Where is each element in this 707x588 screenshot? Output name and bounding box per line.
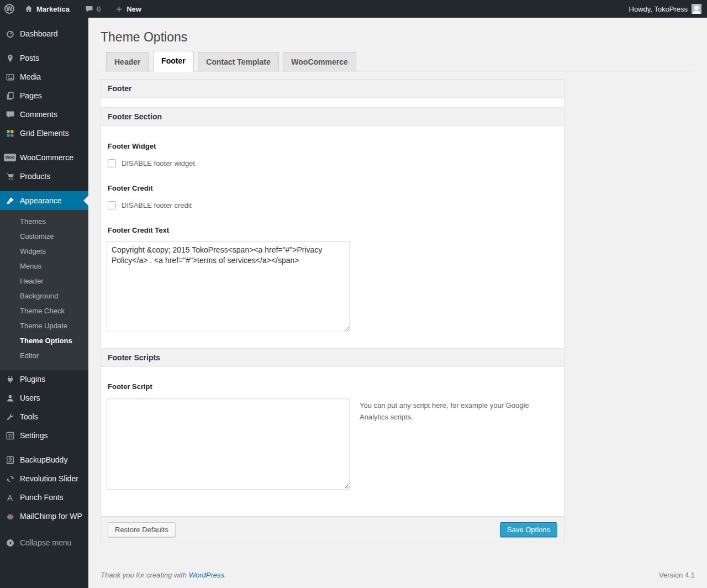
sidebar-item-products[interactable]: Products xyxy=(0,167,88,186)
version-label: Version 4.1 xyxy=(659,571,695,579)
sidebar-item-label: Pages xyxy=(20,91,42,100)
footer-credit-checkbox-row: DISABLE footer credit xyxy=(108,201,557,209)
main-content: Theme Options Header Footer Contact Temp… xyxy=(88,18,707,588)
wordpress-logo-icon: W xyxy=(4,4,14,14)
new-label: New xyxy=(126,5,141,13)
footer-thanks-suffix: . xyxy=(224,571,226,579)
user-icon xyxy=(4,392,15,403)
collapse-menu-button[interactable]: Collapse menu xyxy=(0,533,88,552)
tab-footer[interactable]: Footer xyxy=(153,51,194,72)
sidebar-item-label: Collapse menu xyxy=(20,538,71,547)
sidebar-item-label: Posts xyxy=(20,54,39,62)
appearance-submenu: Themes Customize Widgets Menus Header Ba… xyxy=(0,210,88,370)
footer-credit-text-label: Footer Credit Text xyxy=(108,226,557,235)
tab-bar: Header Footer Contact Template WooCommer… xyxy=(101,51,695,71)
submenu-item-widgets[interactable]: Widgets xyxy=(0,244,88,259)
footer-credit-checkbox[interactable] xyxy=(108,201,116,209)
sidebar-item-label: Users xyxy=(20,393,40,402)
submenu-item-menus[interactable]: Menus xyxy=(0,259,88,274)
sliders-icon xyxy=(4,430,15,441)
admin-bar-left: W Marketica 0 New xyxy=(0,0,146,18)
footer-widget-checkbox-label[interactable]: DISABLE footer widget xyxy=(122,159,195,167)
sidebar-item-mailchimp[interactable]: MailChimp for WP xyxy=(0,507,88,526)
sidebar-item-settings[interactable]: Settings xyxy=(0,426,88,445)
sidebar-item-dashboard[interactable]: Dashboard xyxy=(0,24,88,43)
refresh-arrows-icon xyxy=(4,473,15,484)
sidebar-item-label: Settings xyxy=(20,431,48,440)
submenu-item-themes[interactable]: Themes xyxy=(0,214,88,229)
footer-widget-checkbox-row: DISABLE footer widget xyxy=(108,159,557,167)
media-icon xyxy=(4,71,15,82)
sidebar-item-grid-elements[interactable]: Grid Elements xyxy=(0,124,88,143)
collapse-arrow-icon xyxy=(4,537,15,548)
comment-bubble-icon xyxy=(4,109,15,120)
footer-script-input[interactable] xyxy=(107,398,350,490)
footer-section-bar: Footer Section xyxy=(101,107,564,126)
submenu-item-theme-check[interactable]: Theme Check xyxy=(0,303,88,318)
grid-elements-icon xyxy=(4,128,15,139)
sidebar-item-pages[interactable]: Pages xyxy=(0,86,88,105)
sidebar-item-media[interactable]: Media xyxy=(0,67,88,86)
sidebar-item-comments[interactable]: Comments xyxy=(0,105,88,124)
wordpress-link[interactable]: WordPress xyxy=(189,571,224,579)
site-name-link[interactable]: Marketica xyxy=(19,0,75,18)
user-avatar[interactable] xyxy=(692,4,701,14)
sidebar-item-plugins[interactable]: Plugins xyxy=(0,370,88,389)
comment-count: 0 xyxy=(97,5,101,13)
submenu-item-editor[interactable]: Editor xyxy=(0,348,88,363)
sidebar-item-label: MailChimp for WP xyxy=(20,512,82,521)
brush-icon xyxy=(4,195,15,206)
submenu-item-background[interactable]: Background xyxy=(0,288,88,303)
footer-credit-text-input[interactable]: Copyright &copy; 2015 TokoPress<span><a … xyxy=(107,241,350,332)
tab-contact-template[interactable]: Contact Template xyxy=(198,52,278,72)
plus-icon xyxy=(115,5,123,13)
footer-script-row: You can put any script here, for example… xyxy=(101,391,564,490)
restore-defaults-button[interactable]: Restore Defaults xyxy=(108,522,176,537)
comments-shortcut[interactable]: 0 xyxy=(80,0,105,18)
new-content-button[interactable]: New xyxy=(110,0,146,18)
sidebar-item-label: Appearance xyxy=(20,196,62,205)
footer-widget-checkbox[interactable] xyxy=(108,159,116,167)
footer-thanks-prefix: Thank you for creating with xyxy=(101,571,189,579)
sidebar-item-appearance[interactable]: Appearance xyxy=(0,191,88,210)
sidebar-item-label: Media xyxy=(20,72,41,81)
tab-header[interactable]: Header xyxy=(106,52,149,72)
tab-woocommerce[interactable]: WooCommerce xyxy=(283,52,356,72)
submenu-item-customize[interactable]: Customize xyxy=(0,229,88,244)
sidebar-item-punch-fonts[interactable]: A Punch Fonts xyxy=(0,488,88,507)
sidebar-item-backupbuddy[interactable]: BackupBuddy xyxy=(0,450,88,469)
footer-scripts-bar: Footer Scripts xyxy=(101,348,564,367)
plug-icon xyxy=(4,374,15,385)
submenu-item-theme-update[interactable]: Theme Update xyxy=(0,318,88,333)
save-options-button[interactable]: Save Options xyxy=(500,522,557,537)
sidebar-item-users[interactable]: Users xyxy=(0,389,88,407)
submenu-item-header[interactable]: Header xyxy=(0,274,88,288)
mailchimp-monkey-icon xyxy=(4,511,15,522)
footer-widget-label: Footer Widget xyxy=(108,142,557,151)
wordpress-logo-menu[interactable]: W xyxy=(0,0,19,18)
pin-icon xyxy=(4,53,15,64)
submenu-item-theme-options[interactable]: Theme Options xyxy=(0,333,88,348)
woocommerce-icon: Woo xyxy=(4,152,15,163)
backup-drive-icon xyxy=(4,454,15,465)
footer-scripts-body: Footer Script You can put any script her… xyxy=(101,382,564,516)
admin-bar: W Marketica 0 New Howdy, TokoPress xyxy=(0,0,707,18)
sidebar-item-label: Revolution Slider xyxy=(20,474,78,483)
sidebar-item-label: Comments xyxy=(20,110,57,119)
footer-credit-checkbox-label[interactable]: DISABLE footer credit xyxy=(122,201,192,209)
footer-section-body: Footer Widget DISABLE footer widget Foot… xyxy=(101,142,564,348)
home-icon xyxy=(24,4,33,13)
sidebar-item-label: WooCommerce xyxy=(20,153,73,162)
sidebar-item-label: Dashboard xyxy=(20,29,58,38)
sidebar-item-label: Plugins xyxy=(20,375,45,384)
sidebar-item-tools[interactable]: Tools xyxy=(0,407,88,426)
sidebar-item-posts[interactable]: Posts xyxy=(0,49,88,67)
sidebar-item-woocommerce[interactable]: Woo WooCommerce xyxy=(0,148,88,167)
sidebar-item-label: Punch Fonts xyxy=(20,493,64,502)
sidebar-item-revolution-slider[interactable]: Revolution Slider xyxy=(0,469,88,488)
admin-footer: Thank you for creating with WordPress. V… xyxy=(101,571,695,579)
howdy-account-link[interactable]: Howdy, TokoPress xyxy=(629,5,688,13)
panel-spacer xyxy=(101,98,564,107)
admin-sidebar: Dashboard Posts Media Pages Comments xyxy=(0,18,88,588)
footer-script-description: You can put any script here, for example… xyxy=(360,400,531,423)
